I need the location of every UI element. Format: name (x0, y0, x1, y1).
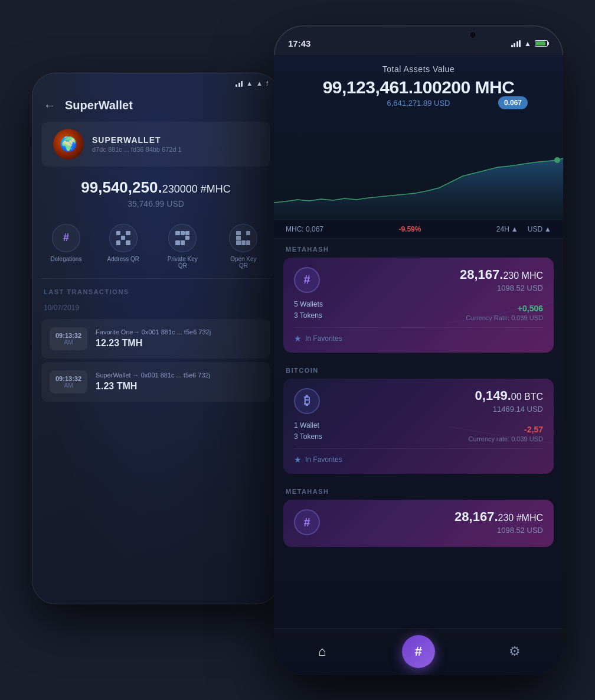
iphone-content: Total Assets Value 99,123,461.100200 MHC… (274, 55, 563, 675)
iphone-signal-icon (511, 40, 521, 47)
transactions-section-header: LAST TRANSACTIONS (32, 279, 280, 300)
balance-amount: 99,540,250.230000 #MHC (44, 178, 268, 197)
back-button[interactable]: ← (44, 99, 55, 112)
chart-title: Total Assets Value (274, 55, 563, 74)
bitcoin-usd: 11469.14 USD (475, 405, 543, 414)
iphone-status-icons: ▲ (511, 40, 549, 48)
nav-center-button[interactable]: # (370, 635, 466, 668)
chart-price-bubble: 0.067 (498, 96, 528, 109)
scrollable-content: Total Assets Value 99,123,461.100200 MHC… (274, 55, 563, 628)
address-qr-label: Address QR (107, 256, 139, 262)
header-title: SuperWallet (65, 99, 133, 112)
back-phone-header: ← SuperWallet (32, 94, 280, 122)
tx-time-1: 09:13:32 AM (50, 327, 87, 350)
wallet-balance: 99,540,250.230000 #MHC 35,746.99 USD (32, 167, 280, 214)
iphone-battery-icon (535, 40, 549, 47)
battery-text: f (266, 80, 268, 87)
nav-settings-button[interactable]: ⚙ (467, 644, 563, 659)
price-ticker: MHC: 0,067 (286, 225, 323, 233)
metahash2-amount: 28,167.230 #MHC (455, 509, 543, 525)
total-value: 99,123,461.100200 MHC (274, 77, 563, 97)
open-key-qr-icon (229, 224, 257, 252)
iphone-camera (469, 31, 476, 38)
bitcoin-values: 0,149.00 BTC 11469.14 USD (475, 388, 543, 414)
btc-card-top: ₿ 0,149.00 BTC 11469.14 USD (294, 388, 543, 414)
currency-selector[interactable]: USD ▲ (528, 225, 551, 233)
signal-icon (236, 80, 243, 87)
price-controls[interactable]: 24H ▲ USD ▲ (496, 225, 551, 233)
tx-info-1: Favorite One→ 0x001 881c ... t5e6 732j 1… (96, 328, 262, 349)
iphone-status-bar: 17:43 ▲ (274, 25, 563, 55)
metahash-icon-2: # (294, 509, 320, 535)
price-change: -9.59% (398, 225, 421, 233)
bottom-nav: ⌂ # ⚙ (274, 628, 563, 675)
open-key-qr-label: Open Key QR (225, 256, 261, 269)
price-bar: MHC: 0,067 -9.59% 24H ▲ USD ▲ (274, 220, 563, 239)
action-private-key-qr[interactable]: Private Key QR (165, 224, 200, 269)
transaction-item: 09:13:32 AM Favorite One→ 0x001 881c ...… (41, 319, 270, 359)
favorites-label: In Favorites (305, 334, 342, 343)
delegations-label: Delegations (51, 256, 82, 262)
bitcoin-section-label: BITCOIN (274, 360, 563, 379)
status-icons: ▲ ▲ f (236, 80, 268, 87)
card-footer[interactable]: ★ In Favorites (294, 327, 543, 343)
transaction-item-2: 09:13:32 AM SuperWallet → 0x001 881c ...… (41, 362, 270, 402)
iphone-phone: 17:43 ▲ Total Assets Value (274, 25, 563, 675)
wallet-info: SUPERWALLET d7dc 881c ... fd36 84bb 672d… (92, 135, 182, 153)
metahash-values: 28,167.230 MHC 1098.52 USD (460, 267, 543, 292)
iphone-speaker (401, 34, 436, 37)
bitcoin-card[interactable]: ₿ 0,149.00 BTC 11469.14 USD (283, 379, 554, 474)
action-open-key-qr[interactable]: Open Key QR (225, 224, 261, 269)
svg-point-0 (554, 157, 560, 163)
wallet-profile: 🌍 SUPERWALLET d7dc 881c ... fd36 84bb 67… (41, 122, 270, 167)
private-key-qr-label: Private Key QR (165, 256, 200, 269)
metahash-section-label: METAHASH (274, 239, 563, 258)
iphone-wifi-icon: ▲ (524, 40, 531, 48)
tx-info-2: SuperWallet → 0x001 881c ... t5e6 732j 1… (96, 372, 262, 392)
metahash-amount: 28,167.230 MHC (460, 267, 543, 282)
card2-top: # 28,167.230 #MHC 1098.52 USD (294, 509, 543, 535)
btc-favorite-star-icon: ★ (294, 455, 302, 464)
metahash-card-2[interactable]: # 28,167.230 #MHC 1098.52 USD (283, 500, 554, 547)
iphone-time: 17:43 (288, 38, 310, 48)
wallet-name: SUPERWALLET (92, 135, 182, 145)
action-delegations[interactable]: # Delegations (51, 224, 82, 269)
metahash-usd: 1098.52 USD (460, 284, 543, 292)
balance-usd: 35,746.99 USD (44, 199, 268, 209)
wallet-actions: # Delegations Address QR (32, 214, 280, 278)
metahash2-values: 28,167.230 #MHC 1098.52 USD (455, 509, 543, 535)
metahash2-usd: 1098.52 USD (455, 526, 543, 535)
nav-home-button[interactable]: ⌂ (274, 644, 370, 659)
crypto-wallets: 5 Wallets 3 Tokens (294, 299, 323, 321)
transaction-date: 10/07/2019 (32, 300, 280, 315)
period-selector[interactable]: 24H ▲ (496, 225, 518, 233)
btc-wallets: 1 Wallet 3 Tokens (294, 420, 322, 442)
settings-icon: ⚙ (509, 644, 521, 659)
address-qr-icon (109, 224, 138, 252)
tx-time-2: 09:13:32 AM (50, 370, 87, 393)
metahash-center-icon: # (402, 635, 435, 668)
favorite-star-icon: ★ (294, 334, 302, 343)
home-icon: ⌂ (318, 644, 326, 659)
card-top: # 28,167.230 MHC 1098.52 USD (294, 267, 543, 293)
delegations-icon: # (52, 224, 80, 252)
wallet-avatar: 🌍 (53, 129, 84, 159)
scene: ▲ ▲ f ← SuperWallet 🌍 SUPERWALLET d7dc 8… (32, 25, 563, 675)
data-icon: ▲ (256, 80, 263, 87)
android-phone: ▲ ▲ f ← SuperWallet 🌍 SUPERWALLET d7dc 8… (32, 73, 280, 604)
metahash-section-label-2: METAHASH (274, 481, 563, 500)
wallet-address: d7dc 881c ... fd36 84bb 672d 1 (92, 146, 182, 153)
metahash-icon: # (294, 267, 320, 293)
btc-card-footer[interactable]: ★ In Favorites (294, 448, 543, 464)
metahash-card-1[interactable]: # 28,167.230 MHC 1098.52 USD (283, 258, 554, 353)
wifi-icon: ▲ (246, 80, 253, 87)
bitcoin-amount: 0,149.00 BTC (475, 388, 543, 403)
chart-area: Total Assets Value 99,123,461.100200 MHC… (274, 55, 563, 220)
android-status-bar: ▲ ▲ f (32, 73, 280, 94)
private-key-qr-icon (168, 224, 197, 252)
chart-svg (274, 144, 563, 220)
btc-favorites-label: In Favorites (305, 455, 342, 464)
action-address-qr[interactable]: Address QR (107, 224, 139, 269)
bitcoin-icon: ₿ (294, 388, 320, 414)
